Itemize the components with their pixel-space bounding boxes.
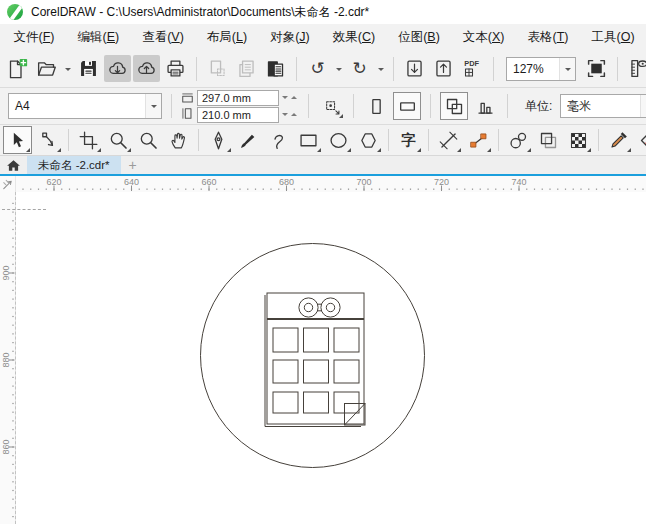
separator [198, 129, 199, 151]
all-pages-icon [444, 96, 465, 117]
transparency-tool[interactable] [535, 127, 562, 153]
text-tool[interactable]: 字 [395, 127, 422, 153]
separator [171, 94, 172, 118]
dimension-tool[interactable] [435, 127, 462, 153]
home-icon [5, 157, 22, 174]
menu-bar: 文件(F)编辑(E)查看(V)布局(L)对象(J)效果(C)位图(B)文本(X)… [0, 24, 646, 50]
undo-button[interactable]: ↺ [304, 55, 331, 82]
landscape-orientation-button[interactable] [393, 92, 421, 120]
menu-item-file[interactable]: 文件(F) [2, 25, 66, 50]
menu-item-bitmaps[interactable]: 位图(B) [387, 25, 452, 50]
welcome-home-button[interactable] [0, 156, 27, 174]
pen-tool[interactable] [205, 127, 232, 153]
portrait-orientation-button[interactable] [363, 93, 389, 119]
svg-text:640: 640 [124, 177, 139, 187]
cloud-upload-button[interactable] [133, 55, 160, 82]
full-screen-preview-button[interactable] [583, 55, 610, 82]
pick-icon [7, 130, 28, 151]
show-rulers-button[interactable] [625, 55, 646, 82]
zoom-tool[interactable] [105, 127, 132, 153]
redo-icon: ↻ [352, 60, 366, 77]
menu-item-table[interactable]: 表格(T) [516, 25, 580, 50]
zoom-secondary-icon [138, 130, 159, 151]
document-tab-label: 未命名 -2.cdr* [38, 158, 110, 173]
menu-item-layout[interactable]: 布局(L) [195, 25, 258, 50]
new-document-button[interactable] [4, 55, 31, 82]
drawing-canvas[interactable] [16, 192, 646, 524]
paste-button[interactable] [262, 55, 289, 82]
rectangle-tool[interactable] [295, 127, 322, 153]
page-height-icon [181, 107, 194, 120]
pick-tool[interactable] [3, 126, 32, 154]
ellipse-tool[interactable] [325, 127, 352, 153]
menu-item-text[interactable]: 文本(X) [451, 25, 516, 50]
crop-tool[interactable] [75, 127, 102, 153]
zoom-tool-secondary[interactable] [135, 127, 162, 153]
menu-item-tools[interactable]: 工具(O) [580, 25, 646, 50]
current-page-button[interactable] [472, 93, 498, 119]
open-button[interactable] [33, 55, 60, 82]
import-button[interactable] [401, 55, 428, 82]
save-button[interactable] [75, 55, 102, 82]
page-preset-value: A4 [9, 94, 145, 118]
b-spline-tool[interactable] [265, 127, 292, 153]
undo-dropdown[interactable] [333, 55, 344, 82]
menu-item-edit[interactable]: 编辑(E) [66, 25, 131, 50]
separator [598, 129, 599, 151]
drawing-circle-calendar[interactable] [16, 192, 646, 524]
shape-tool[interactable] [35, 127, 62, 153]
ruler-origin-icon [1, 178, 14, 191]
page-width-input[interactable]: 297.0 mm [197, 90, 279, 106]
new-tab-button[interactable]: + [121, 156, 145, 174]
flyout-corner-icon [527, 148, 531, 152]
page-height-spinner[interactable] [280, 107, 299, 123]
standard-toolbar: ↺↻PDF127% [0, 50, 646, 88]
cloud-upload-icon [136, 58, 157, 79]
zoom-icon [108, 130, 129, 151]
menu-item-view[interactable]: 查看(V) [131, 25, 196, 50]
menu-item-effects[interactable]: 效果(C) [321, 25, 386, 50]
horizontal-ruler[interactable]: 620640660680700720740 [0, 176, 646, 192]
print-button[interactable] [162, 55, 189, 82]
artistic-media-tool[interactable] [235, 127, 262, 153]
page-preset-dropdown[interactable] [145, 94, 161, 118]
vertical-ruler[interactable]: 900880860 [0, 192, 16, 524]
svg-text:PDF: PDF [464, 59, 479, 68]
svg-text:880: 880 [1, 352, 11, 367]
zoom-level-dropdown[interactable] [559, 58, 575, 80]
menu-item-object[interactable]: 对象(J) [259, 25, 322, 50]
eyedropper-tool[interactable] [605, 127, 632, 153]
publish-to-pdf-icon: PDF [462, 58, 483, 79]
title-bar: CorelDRAW - C:\Users\Administrator\Docum… [0, 0, 646, 24]
cloud-download-button[interactable] [104, 55, 131, 82]
redo-button[interactable]: ↻ [346, 55, 373, 82]
connector-tool[interactable] [465, 127, 492, 153]
redo-dropdown[interactable] [375, 55, 386, 82]
blend-tool[interactable] [505, 127, 532, 153]
separator [428, 129, 429, 151]
publish-to-pdf-button[interactable]: PDF [459, 55, 486, 82]
polygon-tool[interactable] [355, 127, 382, 153]
pan-tool[interactable] [165, 127, 192, 153]
pattern-fill-tool[interactable] [565, 127, 592, 153]
separator [430, 94, 431, 118]
interactive-fill-tool[interactable] [635, 127, 646, 153]
document-tab-active[interactable]: 未命名 -2.cdr* [27, 156, 121, 174]
all-pages-button[interactable] [440, 92, 468, 120]
units-dropdown[interactable] [640, 95, 646, 117]
units-combo[interactable]: 毫米 [560, 94, 646, 118]
page-height-input[interactable]: 210.0 mm [197, 107, 279, 123]
page-size-preset-combo[interactable]: A4 [8, 93, 162, 119]
page-edge-marker-horizontal [2, 209, 46, 210]
open-dropdown[interactable] [62, 55, 73, 82]
nudge-offset-button[interactable] [318, 93, 344, 119]
toolbox: 字 [0, 125, 646, 156]
export-button[interactable] [430, 55, 457, 82]
page-width-spinner[interactable] [280, 90, 299, 106]
zoom-level-combo[interactable]: 127% [506, 57, 576, 81]
show-rulers-icon [628, 58, 646, 79]
ellipse-icon [328, 130, 349, 151]
ruler-origin-button[interactable] [0, 176, 16, 192]
separator [393, 57, 394, 81]
flyout-corner-icon [127, 148, 131, 152]
